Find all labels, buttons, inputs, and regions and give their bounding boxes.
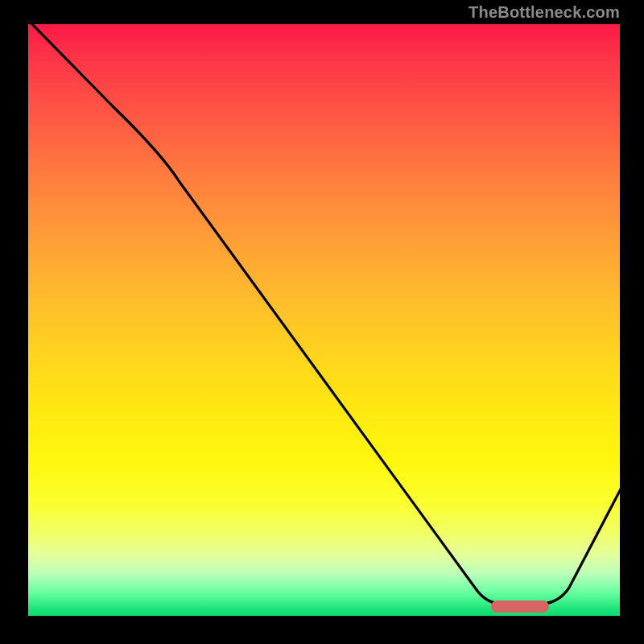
watermark-text: TheBottleneck.com bbox=[469, 3, 620, 22]
chart-container: TheBottleneck.com bbox=[0, 0, 644, 644]
optimum-marker bbox=[491, 601, 549, 613]
plot-area bbox=[28, 24, 620, 616]
bottleneck-curve bbox=[28, 24, 620, 616]
curve-path bbox=[28, 24, 620, 604]
